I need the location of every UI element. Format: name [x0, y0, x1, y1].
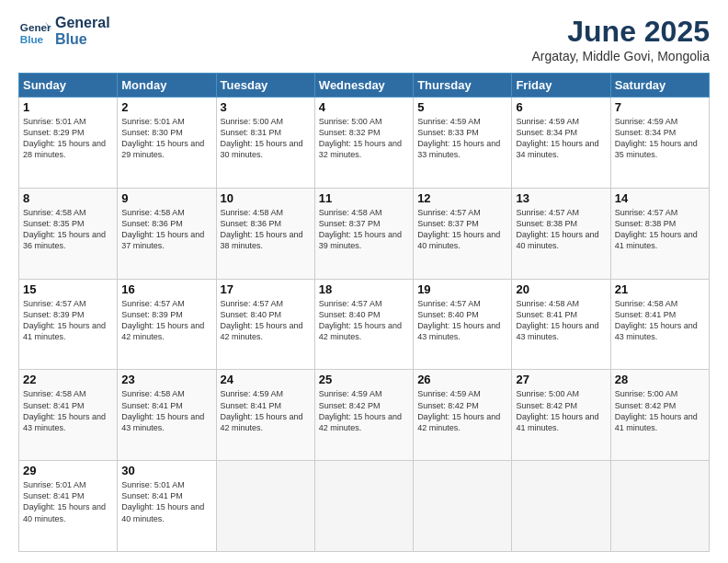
day-number: 24: [221, 373, 311, 386]
calendar-cell: 28Sunrise: 5:00 AMSunset: 8:42 PMDayligh…: [610, 370, 709, 461]
col-saturday: Saturday: [610, 74, 709, 98]
logo-blue: Blue: [55, 31, 110, 48]
calendar-cell: 11Sunrise: 4:58 AMSunset: 8:37 PMDayligh…: [314, 188, 413, 279]
logo: General Blue General Blue: [18, 15, 110, 48]
day-info: Sunrise: 4:58 AMSunset: 8:41 PMDaylight:…: [615, 298, 705, 343]
svg-text:Blue: Blue: [20, 33, 44, 45]
day-info: Sunrise: 4:57 AMSunset: 8:40 PMDaylight:…: [221, 298, 311, 343]
calendar-cell: 4Sunrise: 5:00 AMSunset: 8:32 PMDaylight…: [314, 98, 413, 189]
day-info: Sunrise: 4:57 AMSunset: 8:38 PMDaylight:…: [615, 207, 705, 252]
logo-general: General: [55, 15, 110, 31]
calendar-cell: 24Sunrise: 4:59 AMSunset: 8:41 PMDayligh…: [216, 370, 314, 461]
page: General Blue General Blue June 2025 Arga…: [0, 0, 728, 563]
calendar-cell: 19Sunrise: 4:57 AMSunset: 8:40 PMDayligh…: [414, 279, 512, 370]
day-number: 23: [121, 373, 211, 386]
day-info: Sunrise: 4:57 AMSunset: 8:37 PMDaylight:…: [417, 207, 507, 252]
calendar-row-4: 22Sunrise: 4:58 AMSunset: 8:41 PMDayligh…: [19, 370, 710, 461]
calendar-cell: 13Sunrise: 4:57 AMSunset: 8:38 PMDayligh…: [512, 188, 610, 279]
calendar-cell: 27Sunrise: 5:00 AMSunset: 8:42 PMDayligh…: [512, 370, 610, 461]
calendar-cell: 15Sunrise: 4:57 AMSunset: 8:39 PMDayligh…: [19, 279, 118, 370]
calendar-cell: 22Sunrise: 4:58 AMSunset: 8:41 PMDayligh…: [19, 370, 118, 461]
calendar-cell: 8Sunrise: 4:58 AMSunset: 8:35 PMDaylight…: [19, 188, 118, 279]
calendar-cell: 20Sunrise: 4:58 AMSunset: 8:41 PMDayligh…: [512, 279, 610, 370]
logo-icon: General Blue: [18, 15, 51, 48]
day-number: 9: [121, 191, 211, 205]
calendar-row-2: 8Sunrise: 4:58 AMSunset: 8:35 PMDaylight…: [19, 188, 710, 279]
day-number: 10: [221, 191, 311, 205]
day-info: Sunrise: 4:58 AMSunset: 8:41 PMDaylight:…: [121, 388, 211, 433]
day-info: Sunrise: 4:57 AMSunset: 8:39 PMDaylight:…: [121, 298, 211, 343]
day-info: Sunrise: 4:58 AMSunset: 8:37 PMDaylight:…: [319, 207, 409, 252]
day-info: Sunrise: 4:57 AMSunset: 8:38 PMDaylight:…: [516, 207, 606, 252]
day-info: Sunrise: 4:57 AMSunset: 8:39 PMDaylight:…: [23, 298, 113, 343]
day-info: Sunrise: 4:59 AMSunset: 8:34 PMDaylight:…: [516, 116, 606, 161]
calendar-cell: 12Sunrise: 4:57 AMSunset: 8:37 PMDayligh…: [414, 188, 512, 279]
day-number: 21: [615, 282, 705, 296]
calendar-cell: 26Sunrise: 4:59 AMSunset: 8:42 PMDayligh…: [414, 370, 512, 461]
day-number: 17: [221, 282, 311, 296]
day-info: Sunrise: 5:01 AMSunset: 8:41 PMDaylight:…: [23, 479, 113, 524]
day-number: 26: [417, 373, 507, 386]
day-number: 15: [23, 282, 113, 296]
calendar-cell: 6Sunrise: 4:59 AMSunset: 8:34 PMDaylight…: [512, 98, 610, 189]
calendar-cell: 16Sunrise: 4:57 AMSunset: 8:39 PMDayligh…: [118, 279, 216, 370]
calendar-cell: 9Sunrise: 4:58 AMSunset: 8:36 PMDaylight…: [118, 188, 216, 279]
calendar-cell: 2Sunrise: 5:01 AMSunset: 8:30 PMDaylight…: [118, 98, 216, 189]
day-number: 29: [23, 464, 113, 477]
calendar-cell: 25Sunrise: 4:59 AMSunset: 8:42 PMDayligh…: [314, 370, 413, 461]
day-info: Sunrise: 4:58 AMSunset: 8:41 PMDaylight:…: [516, 298, 606, 343]
calendar-row-5: 29Sunrise: 5:01 AMSunset: 8:41 PMDayligh…: [19, 461, 710, 552]
calendar-cell: [414, 461, 512, 552]
day-number: 1: [23, 100, 113, 114]
header: General Blue General Blue June 2025 Arga…: [18, 15, 710, 63]
day-info: Sunrise: 5:00 AMSunset: 8:31 PMDaylight:…: [221, 116, 311, 161]
col-monday: Monday: [118, 74, 216, 98]
day-number: 4: [319, 100, 409, 114]
day-number: 18: [319, 282, 409, 296]
day-number: 20: [516, 282, 606, 296]
day-info: Sunrise: 4:57 AMSunset: 8:40 PMDaylight:…: [319, 298, 409, 343]
calendar-cell: 10Sunrise: 4:58 AMSunset: 8:36 PMDayligh…: [216, 188, 314, 279]
day-info: Sunrise: 4:59 AMSunset: 8:41 PMDaylight:…: [221, 388, 311, 433]
location: Argatay, Middle Govi, Mongolia: [532, 49, 711, 63]
day-number: 14: [615, 191, 705, 205]
day-info: Sunrise: 5:00 AMSunset: 8:32 PMDaylight:…: [319, 116, 409, 161]
day-number: 28: [615, 373, 705, 386]
day-number: 2: [121, 100, 211, 114]
day-number: 12: [417, 191, 507, 205]
day-number: 13: [516, 191, 606, 205]
calendar-cell: 5Sunrise: 4:59 AMSunset: 8:33 PMDaylight…: [414, 98, 512, 189]
calendar-row-1: 1Sunrise: 5:01 AMSunset: 8:29 PMDaylight…: [19, 98, 710, 189]
day-info: Sunrise: 4:59 AMSunset: 8:34 PMDaylight:…: [615, 116, 705, 161]
calendar-cell: 30Sunrise: 5:01 AMSunset: 8:41 PMDayligh…: [118, 461, 216, 552]
calendar-cell: 21Sunrise: 4:58 AMSunset: 8:41 PMDayligh…: [610, 279, 709, 370]
calendar-cell: 17Sunrise: 4:57 AMSunset: 8:40 PMDayligh…: [216, 279, 314, 370]
calendar-cell: 7Sunrise: 4:59 AMSunset: 8:34 PMDaylight…: [610, 98, 709, 189]
title-block: June 2025 Argatay, Middle Govi, Mongolia: [532, 15, 711, 63]
day-info: Sunrise: 5:00 AMSunset: 8:42 PMDaylight:…: [516, 388, 606, 433]
col-friday: Friday: [512, 74, 610, 98]
day-info: Sunrise: 5:01 AMSunset: 8:29 PMDaylight:…: [23, 116, 113, 161]
day-info: Sunrise: 5:01 AMSunset: 8:41 PMDaylight:…: [121, 479, 211, 524]
calendar-cell: [216, 461, 314, 552]
day-number: 16: [121, 282, 211, 296]
col-sunday: Sunday: [19, 74, 118, 98]
day-info: Sunrise: 4:59 AMSunset: 8:42 PMDaylight:…: [417, 388, 507, 433]
day-info: Sunrise: 4:58 AMSunset: 8:35 PMDaylight:…: [23, 207, 113, 252]
day-number: 3: [221, 100, 311, 114]
col-wednesday: Wednesday: [314, 74, 413, 98]
day-number: 7: [615, 100, 705, 114]
col-thursday: Thursday: [414, 74, 512, 98]
month-title: June 2025: [532, 15, 711, 49]
day-info: Sunrise: 5:01 AMSunset: 8:30 PMDaylight:…: [121, 116, 211, 161]
calendar-cell: 29Sunrise: 5:01 AMSunset: 8:41 PMDayligh…: [19, 461, 118, 552]
day-number: 30: [121, 464, 211, 477]
day-number: 25: [319, 373, 409, 386]
calendar-header-row: Sunday Monday Tuesday Wednesday Thursday…: [19, 74, 710, 98]
col-tuesday: Tuesday: [216, 74, 314, 98]
calendar-cell: 23Sunrise: 4:58 AMSunset: 8:41 PMDayligh…: [118, 370, 216, 461]
day-info: Sunrise: 4:59 AMSunset: 8:33 PMDaylight:…: [417, 116, 507, 161]
calendar-cell: 14Sunrise: 4:57 AMSunset: 8:38 PMDayligh…: [610, 188, 709, 279]
calendar: Sunday Monday Tuesday Wednesday Thursday…: [18, 73, 710, 552]
calendar-cell: 18Sunrise: 4:57 AMSunset: 8:40 PMDayligh…: [314, 279, 413, 370]
